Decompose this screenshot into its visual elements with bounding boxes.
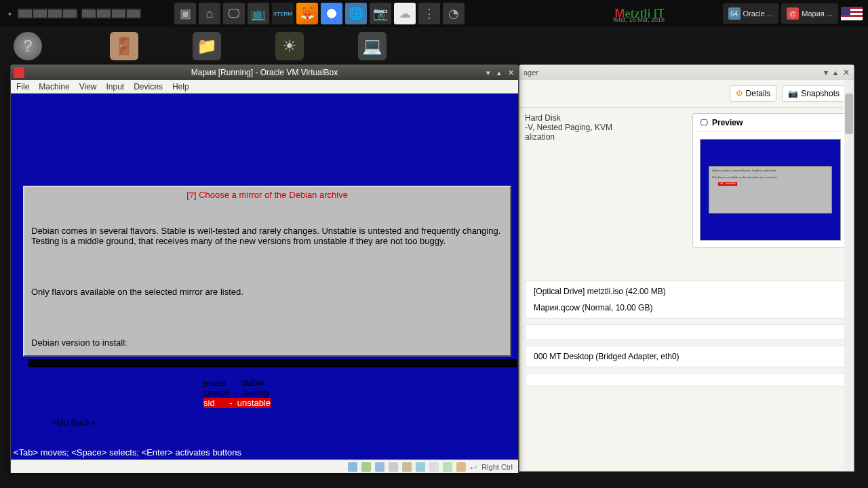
vm-info-line: Hard Disk (525, 113, 682, 123)
installer-dialog: [?] Choose a mirror of the Debian archiv… (23, 186, 511, 357)
terminal-icon[interactable]: ▣ (174, 3, 196, 24)
monitor-icon[interactable]: 🖵 (223, 3, 245, 24)
clock[interactable]: Wed, 16 Mar, 2016 (613, 16, 665, 23)
firefox-icon[interactable]: 🦊 (296, 3, 318, 24)
storage-section: [Optical Drive] metztli.iso (42.00 MB) М… (525, 281, 848, 319)
disk-info: Мария.qcow (Normal, 10.00 GB) (534, 303, 840, 312)
workspace-switcher[interactable] (17, 8, 78, 19)
app-icon[interactable]: ⌂ (199, 3, 220, 24)
status-mouse-icon[interactable] (456, 462, 466, 472)
manager-titlebar[interactable]: ager ▾ ▴ ✕ (519, 65, 854, 80)
vm-window-title: Мария [Running] - Oracle VM VirtualBox (191, 68, 338, 77)
menu-arrow-icon[interactable]: ▾ (8, 10, 12, 18)
status-rec-icon[interactable] (443, 462, 452, 472)
files-icon[interactable]: 📁 (193, 32, 221, 60)
snapshots-tab[interactable]: 📷Snapshots (782, 85, 846, 102)
menu-file[interactable]: File (16, 82, 29, 92)
scrollbar[interactable] (844, 80, 854, 471)
vm-close-icon[interactable]: ✕ (508, 68, 514, 77)
taskbar-app-vm[interactable]: @Мария ... (781, 3, 838, 24)
audio-section (525, 324, 848, 340)
globe-icon[interactable]: 🌐 (345, 3, 367, 24)
host-key-label: Right Ctrl (481, 463, 513, 471)
minimize-icon[interactable]: ▾ (824, 68, 828, 77)
preview-title: Preview (712, 118, 743, 127)
preview-thumbnail[interactable]: Debian comes in several flavors. Stable … (700, 139, 841, 241)
menu-devices[interactable]: Devices (134, 82, 163, 92)
version-options: jessie - stable stretch - testing sid - … (203, 378, 503, 408)
vm-running-window: Мария [Running] - Oracle VM VirtualBox ▾… (10, 64, 519, 473)
key-hint: <Tab> moves; <Space> selects; <Enter> ac… (11, 447, 518, 460)
gauge-icon[interactable]: ◔ (443, 3, 465, 24)
desktop-dock: ? 🚪 📁 ☀ 💻 (0, 27, 868, 64)
network-section: 000 MT Desktop (Bridged Adapter, eth0) (525, 346, 848, 367)
notify-icon[interactable]: ⋮ (418, 3, 440, 24)
status-usb-icon[interactable] (389, 462, 398, 472)
option-sid-selected[interactable]: sid - unstable (203, 398, 271, 408)
option-stretch[interactable]: stretch - testing (203, 388, 503, 398)
maximize-icon[interactable]: ▴ (833, 68, 837, 77)
aztec-icon[interactable]: ☀ (275, 32, 304, 60)
preview-panel: 🖵Preview Debian comes in several flavors… (692, 113, 848, 248)
dialog-paragraph: Only flavors available on the selected m… (31, 287, 503, 297)
menu-machine[interactable]: Machine (39, 82, 69, 92)
help-icon[interactable]: ? (14, 32, 42, 60)
door-icon[interactable]: 🚪 (110, 32, 138, 60)
vm-guest-display[interactable]: [?] Choose a mirror of the Debian archiv… (11, 94, 518, 460)
menu-help[interactable]: Help (172, 82, 189, 92)
weather-icon[interactable]: ☁ (394, 3, 416, 24)
status-disk-icon[interactable] (348, 462, 357, 472)
vm-statusbar: ⮐ Right Ctrl (11, 460, 518, 473)
status-display-icon[interactable] (416, 462, 425, 472)
optical-drive-info: [Optical Drive] metztli.iso (42.00 MB) (534, 287, 840, 296)
virtualbox-manager-window: ager ▾ ▴ ✕ ⚙Details 📷Snapshots Hard Disk… (519, 64, 854, 472)
vm-info-line: -V, Nested Paging, KVM (525, 123, 682, 132)
manager-title-text: ager (524, 68, 538, 77)
system-taskbar: ▾ ▣ ⌂ 🖵 📺 XTERM 🦊 🌐 📷 ☁ ⋮ ◔ Metztli IT W… (0, 0, 868, 27)
status-optical-icon[interactable] (361, 462, 371, 472)
scroll-thumb[interactable] (845, 94, 853, 134)
vm-menubar: File Machine View Input Devices Help (11, 80, 518, 94)
close-icon[interactable]: ✕ (843, 68, 850, 77)
vm-minimize-icon[interactable]: ▾ (486, 68, 490, 77)
extra-section (525, 373, 848, 386)
vm-maximize-icon[interactable]: ▴ (497, 68, 501, 77)
dialog-prompt: Debian version to install: (31, 338, 503, 348)
status-shared-icon[interactable] (402, 462, 412, 472)
details-tab[interactable]: ⚙Details (730, 85, 777, 102)
menu-view[interactable]: View (79, 82, 97, 92)
dialog-paragraph: Debian comes in several flavors. Stable … (31, 226, 503, 246)
dialog-shadow (28, 359, 517, 367)
network-adapter-info: 000 MT Desktop (Bridged Adapter, eth0) (534, 352, 840, 361)
dialog-title: [?] Choose a mirror of the Debian archiv… (184, 190, 351, 200)
option-jessie[interactable]: jessie - stable (203, 378, 503, 388)
vm-titlebar[interactable]: Мария [Running] - Oracle VM VirtualBox ▾… (11, 65, 518, 80)
xterm-icon[interactable]: XTERM (272, 3, 294, 24)
laptop-icon[interactable]: 💻 (358, 32, 387, 60)
chromium-icon[interactable] (321, 3, 342, 24)
vm-app-icon (14, 67, 24, 78)
menu-input[interactable]: Input (106, 82, 125, 92)
tv-icon[interactable]: 📺 (248, 3, 269, 24)
taskbar-app-oracle[interactable]: 64Oracle ... (723, 3, 779, 24)
workspace-switcher-2[interactable] (81, 8, 142, 19)
vm-info-line: alization (525, 132, 682, 142)
status-net-icon[interactable] (375, 462, 384, 472)
keyboard-layout-flag[interactable] (841, 7, 863, 20)
camera-icon[interactable]: 📷 (370, 3, 391, 24)
status-capture-icon[interactable] (429, 462, 439, 472)
go-back-button[interactable]: <Go Back> (52, 418, 503, 428)
